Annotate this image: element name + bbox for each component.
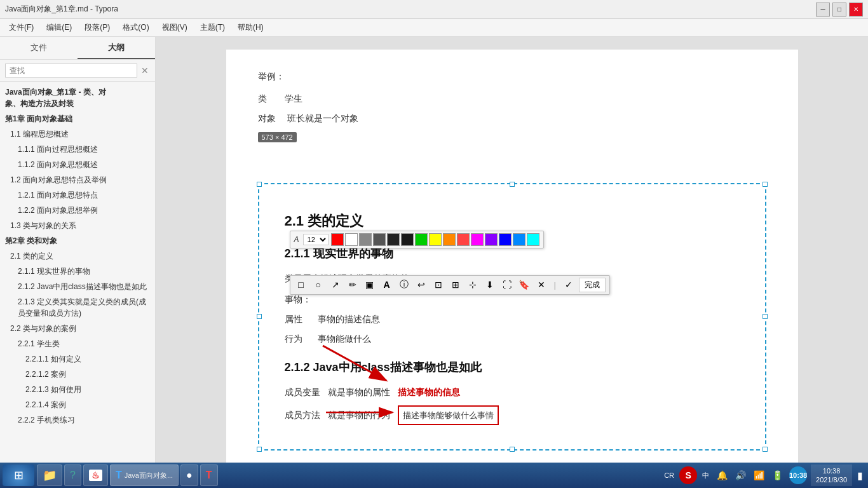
outline-item-chapter2[interactable]: 第2章 类和对象 (0, 233, 155, 248)
taskbar-app2[interactable]: T (200, 464, 218, 486)
member-method-row: 成员方法 就是事物的行为 描述事物能够做什么事情 (285, 405, 740, 425)
outline-item[interactable]: 1.1.1 面向过程思想概述 (0, 142, 155, 157)
tool-info[interactable]: ⓘ (397, 278, 411, 292)
tool-undo[interactable]: ↩ (414, 278, 428, 292)
taskbar-typora[interactable]: T Java面向对象... (110, 464, 179, 486)
outline-item[interactable]: 1.1.2 面向对象思想概述 (0, 157, 155, 172)
color-magenta[interactable] (471, 233, 484, 246)
tool-save[interactable]: 🔖 (517, 278, 531, 292)
property-value: 事物的描述信息 (318, 311, 380, 327)
menu-paragraph[interactable]: 段落(P) (78, 20, 116, 36)
color-green[interactable] (415, 233, 428, 246)
color-dark[interactable] (373, 233, 386, 246)
outline-item[interactable]: 1.2.2 面向对象思想举例 (0, 203, 155, 218)
search-input[interactable] (5, 64, 137, 78)
property-row: 属性 事物的描述信息 (285, 311, 740, 327)
tool-rectangle[interactable]: □ (294, 278, 308, 292)
handle-ml[interactable] (257, 314, 262, 319)
handle-mr[interactable] (763, 314, 768, 319)
member-method-arrow (323, 403, 399, 422)
taskbar-icon-3[interactable]: 🔊 (733, 470, 749, 480)
tool-pointer[interactable]: ⊹ (466, 278, 480, 292)
taskbar-explorer[interactable]: 📁 (37, 464, 62, 486)
close-button[interactable]: ✕ (849, 3, 863, 17)
done-button[interactable]: 完成 (579, 278, 606, 292)
color-yellow[interactable] (429, 233, 442, 246)
outline-item[interactable]: 2.1.2 Java中用class描述事物也是如此 (0, 279, 155, 294)
minimize-button[interactable]: ─ (816, 3, 830, 17)
handle-tm[interactable] (510, 182, 515, 187)
content-scroll[interactable]: 举例： 类 学生 对象 班长就是一个对象 573 × 472 (156, 37, 868, 488)
tool-pen[interactable]: ✏ (346, 278, 360, 292)
menu-theme[interactable]: 主题(T) (194, 20, 231, 36)
taskbar-icon-2[interactable]: 🔔 (714, 470, 730, 480)
color-gray[interactable] (359, 233, 372, 246)
color-purple[interactable] (485, 233, 498, 246)
taskbar-java[interactable]: ♨ (83, 464, 108, 486)
tool-text[interactable]: A (380, 278, 394, 292)
class-row: 类 学生 (258, 91, 766, 107)
outline-item[interactable]: 2.2.1.1 如何定义 (0, 351, 155, 367)
color-lightblue[interactable] (513, 233, 526, 246)
outline-item[interactable]: 1.1 编程思想概述 (0, 126, 155, 142)
outline-item[interactable]: 2.2.1.4 案例 (0, 397, 155, 412)
tool-fullscreen[interactable]: ⛶ (500, 278, 514, 292)
outline-item[interactable]: 1.3 类与对象的关系 (0, 218, 155, 233)
outline-item[interactable]: 2.1.3 定义类其实就是定义类的成员(成员变量和成员方法) (0, 294, 155, 321)
handle-tl[interactable] (257, 182, 262, 187)
font-size-select[interactable]: 12 14 16 18 (303, 234, 329, 245)
color-orange[interactable] (443, 233, 456, 246)
menu-edit[interactable]: 编辑(E) (40, 20, 78, 36)
menu-view[interactable]: 视图(V) (156, 20, 194, 36)
color-blue[interactable] (499, 233, 512, 246)
color-cyan[interactable] (527, 233, 539, 246)
outline-item[interactable]: 2.2.1.3 如何使用 (0, 382, 155, 397)
tool-circle[interactable]: ○ (311, 278, 325, 292)
menu-help[interactable]: 帮助(H) (231, 20, 270, 36)
taskbar-chrome[interactable]: ● (180, 464, 198, 486)
taskbar-clock[interactable]: 10:38 2021/8/30 (811, 464, 852, 486)
tab-outline[interactable]: 大纲 (78, 37, 155, 59)
outline-item[interactable]: Java面向对象_第1章 - 类、对象、构造方法及封装 (0, 85, 155, 111)
sougou-icon[interactable]: S (679, 466, 697, 484)
handle-br[interactable] (763, 447, 768, 452)
outline-item[interactable]: 2.2.2 手机类练习 (0, 412, 155, 428)
outline-item[interactable]: 2.2 类与对象的案例 (0, 321, 155, 336)
taskbar-icon-1[interactable]: 中 (700, 471, 712, 480)
color-salmon[interactable] (457, 233, 470, 246)
document-page: 举例： 类 学生 对象 班长就是一个对象 573 × 472 (226, 50, 798, 470)
menu-format[interactable]: 格式(O) (116, 20, 155, 36)
color-white[interactable] (345, 233, 358, 246)
color-darkest[interactable] (401, 233, 414, 246)
tool-crop[interactable]: ⊡ (431, 278, 445, 292)
chat-bubble-icon[interactable]: 10:38 (789, 466, 807, 484)
color-black[interactable] (387, 233, 400, 246)
tool-image-box[interactable]: ▣ (363, 278, 377, 292)
color-red[interactable] (331, 233, 344, 246)
tab-file[interactable]: 文件 (0, 37, 78, 59)
outline-item[interactable]: 2.2.1.2 案例 (0, 367, 155, 382)
taskbar-icon-5[interactable]: 🔋 (770, 470, 785, 480)
handle-bl[interactable] (257, 447, 262, 452)
outline-item[interactable]: 2.1.1 现实世界的事物 (0, 264, 155, 279)
start-button[interactable]: ⊞ (3, 464, 34, 486)
maximize-button[interactable]: □ (832, 3, 846, 17)
tool-arrow[interactable]: ↗ (329, 278, 342, 292)
outline-item[interactable]: 2.1 类的定义 (0, 248, 155, 264)
outline-item[interactable]: 2.2.1 学生类 (0, 336, 155, 351)
show-desktop-button[interactable]: ▮ (855, 470, 865, 482)
tool-mosaic[interactable]: ⊞ (449, 278, 463, 292)
handle-bm[interactable] (510, 447, 515, 452)
taskbar-lang[interactable]: CR (661, 471, 677, 479)
outline-item[interactable]: 1.2 面向对象思想特点及举例 (0, 172, 155, 187)
outline-item[interactable]: 第1章 面向对象基础 (0, 111, 155, 126)
tool-check[interactable]: ✓ (562, 278, 576, 292)
outline-item[interactable]: 1.2.1 面向对象思想特点 (0, 187, 155, 203)
menu-file[interactable]: 文件(F) (3, 20, 40, 36)
handle-tr[interactable] (763, 182, 768, 187)
tool-download[interactable]: ⬇ (483, 278, 497, 292)
search-clear-button[interactable]: ✕ (140, 65, 150, 76)
taskbar-icon-4[interactable]: 📶 (751, 470, 767, 480)
taskbar-help[interactable]: ? (64, 464, 81, 486)
tool-close[interactable]: ✕ (534, 278, 548, 292)
